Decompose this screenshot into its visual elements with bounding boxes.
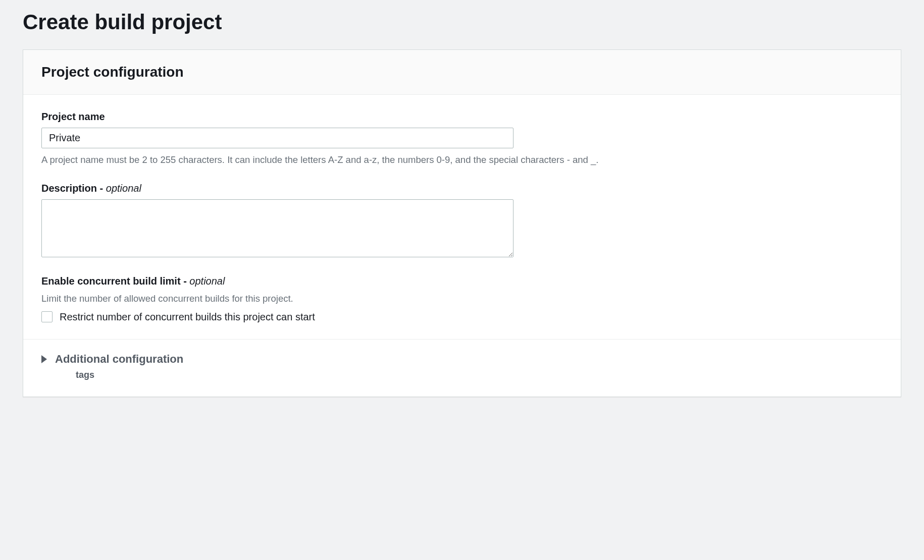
additional-configuration-expander[interactable]: Additional configuration [41,353,883,366]
description-group: Description - optional [41,183,883,259]
concurrent-limit-label: Enable concurrent build limit - optional [41,275,883,287]
page-title: Create build project [23,10,901,34]
description-textarea[interactable] [41,199,514,257]
concurrent-checkbox-row: Restrict number of concurrent builds thi… [41,311,883,323]
description-label: Description - optional [41,183,883,194]
additional-configuration-title: Additional configuration [55,353,183,366]
panel-heading: Project configuration [41,64,883,80]
project-name-input[interactable] [41,128,514,148]
description-label-optional: optional [106,183,141,194]
project-name-label: Project name [41,111,883,123]
panel-footer: Additional configuration tags [23,339,901,397]
description-label-main: Description - [41,183,106,194]
additional-configuration-subtitle: tags [76,370,883,380]
project-name-help: A project name must be 2 to 255 characte… [41,153,883,166]
concurrent-limit-group: Enable concurrent build limit - optional… [41,275,883,323]
project-configuration-panel: Project configuration Project name A pro… [23,49,901,397]
project-name-group: Project name A project name must be 2 to… [41,111,883,166]
restrict-concurrent-checkbox-label[interactable]: Restrict number of concurrent builds thi… [60,311,315,323]
restrict-concurrent-checkbox[interactable] [41,311,53,322]
concurrent-limit-help: Limit the number of allowed concurrent b… [41,292,883,305]
concurrent-limit-label-main: Enable concurrent build limit - [41,275,189,287]
concurrent-limit-label-optional: optional [189,275,225,287]
caret-right-icon [41,355,47,363]
panel-header: Project configuration [23,50,901,95]
panel-body: Project name A project name must be 2 to… [23,95,901,339]
